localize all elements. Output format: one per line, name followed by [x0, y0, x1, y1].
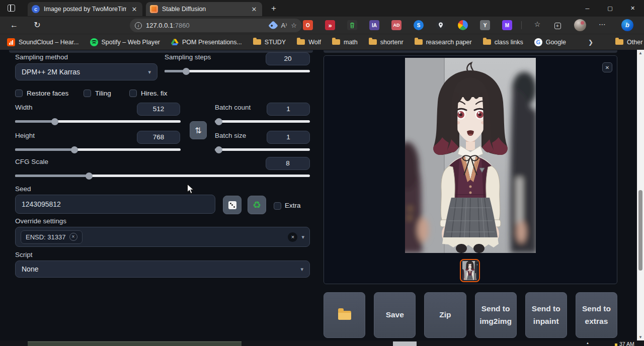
slider-handle[interactable] — [71, 146, 78, 153]
open-folder-button[interactable] — [324, 292, 365, 338]
random-seed-button[interactable] — [223, 196, 242, 214]
read-aloud-icon[interactable]: A⁾ — [281, 22, 287, 29]
send-to-extras-button[interactable]: Send to extras — [576, 292, 617, 338]
extra-label: Extra — [285, 202, 301, 209]
batch-count-value[interactable]: 1 — [267, 103, 310, 116]
taskbar-window-preview[interactable] — [28, 341, 242, 346]
address-bar[interactable]: i 127.0.0.1:7860 A⁾ ☆ — [130, 19, 302, 32]
extension-y-icon[interactable]: Y — [480, 20, 490, 30]
width-slider[interactable] — [15, 120, 181, 123]
taskbar-item[interactable] — [393, 341, 417, 346]
extra-checkbox[interactable] — [274, 202, 281, 210]
tab-overview-icon[interactable] — [6, 3, 17, 13]
override-settings-dropdown[interactable]: ENSD: 31337 × × ▾ — [15, 227, 310, 247]
height-slider[interactable] — [15, 148, 181, 151]
seed-label: Seed — [15, 185, 31, 193]
new-tab-button[interactable]: + — [267, 3, 280, 15]
site-info-icon[interactable]: i — [135, 22, 142, 29]
more-menu-icon[interactable]: ⋯ — [597, 20, 607, 28]
favorites-list-icon[interactable]: ☆ — [532, 20, 542, 28]
recycle-icon: ♻ — [253, 199, 261, 211]
bookmark-soundcloud[interactable]: SoundCloud – Hear... — [7, 38, 79, 46]
save-button[interactable]: Save — [374, 292, 416, 338]
tab1-close-icon[interactable]: ✕ — [130, 6, 138, 13]
profile-avatar[interactable] — [574, 19, 586, 31]
google-icon: G — [534, 38, 542, 46]
minimize-button[interactable]: ─ — [576, 0, 599, 17]
generated-image[interactable] — [405, 58, 536, 253]
bookmark-folder-reasearch-paper[interactable]: reasearch paper — [415, 39, 472, 46]
bookmark-spotify[interactable]: Spotify – Web Player — [90, 38, 160, 46]
maximize-button[interactable]: ▢ — [599, 0, 621, 17]
batch-size-slider[interactable] — [215, 148, 310, 151]
hires-fix-checkbox[interactable] — [129, 90, 137, 97]
chip-remove-icon[interactable]: × — [69, 233, 77, 241]
bookmark-folder-class-links[interactable]: class links — [483, 39, 523, 46]
cfg-scale-slider[interactable] — [15, 175, 310, 177]
taskbar-clock[interactable]: 37 AM — [615, 341, 634, 346]
slider-handle[interactable] — [183, 68, 190, 75]
bing-chat-icon[interactable]: b — [621, 19, 633, 31]
tab-title: Image posted by TwoMoreTimes — [44, 6, 126, 13]
extension-globe-icon[interactable] — [458, 20, 468, 30]
shopping-tag-icon[interactable] — [269, 21, 279, 31]
height-label: Height — [15, 132, 35, 139]
seed-input[interactable]: 1243095812 — [15, 195, 215, 214]
bookmark-folder-wolf[interactable]: Wolf — [297, 39, 321, 46]
sampling-steps-value[interactable]: 20 — [266, 52, 310, 65]
scroll-up-icon[interactable]: ▲ — [637, 50, 644, 56]
batch-size-value[interactable]: 1 — [267, 131, 310, 144]
extension-shazam-icon[interactable]: S — [414, 20, 424, 30]
script-dropdown[interactable]: None ▾ — [15, 261, 310, 278]
slider-handle[interactable] — [215, 118, 222, 125]
dice-icon — [228, 201, 236, 209]
tiling-checkbox[interactable] — [84, 90, 91, 97]
gallery-thumbnail[interactable] — [460, 259, 480, 282]
bookmarks-overflow-chevron-icon[interactable]: ❯ — [588, 39, 593, 46]
reuse-seed-button[interactable]: ♻ — [248, 196, 266, 214]
slider-handle[interactable] — [86, 172, 93, 180]
width-value[interactable]: 512 — [137, 103, 180, 116]
height-value[interactable]: 768 — [137, 131, 180, 144]
scroll-down-icon[interactable]: ▼ — [637, 334, 644, 340]
extension-adblock-icon[interactable]: AD — [391, 20, 401, 30]
zip-button[interactable]: Zip — [424, 292, 466, 338]
restore-faces-checkbox[interactable] — [15, 90, 23, 97]
sampling-steps-slider[interactable] — [165, 70, 310, 72]
extension-trash-icon[interactable] — [347, 20, 357, 30]
hires-fix-label: Hires. fix — [141, 90, 168, 97]
extension-location-pin-icon[interactable] — [436, 20, 446, 30]
tab-image-posted[interactable]: c Image posted by TwoMoreTimes ✕ — [28, 2, 142, 16]
page-scrollbar[interactable]: ▲ ▼ — [637, 50, 644, 340]
scrollbar-thumb[interactable] — [638, 190, 642, 271]
extension-internet-archive-icon[interactable]: IA — [369, 20, 379, 30]
chevron-down-icon: ▾ — [301, 234, 304, 240]
collections-icon[interactable]: + — [552, 21, 562, 29]
extension-o-icon[interactable]: O — [303, 20, 313, 30]
batch-count-slider[interactable] — [215, 120, 310, 123]
slider-handle[interactable] — [51, 118, 58, 125]
bookmark-folder-study[interactable]: STUDY — [253, 39, 286, 46]
refresh-button[interactable]: ↻ — [31, 20, 43, 31]
bookmark-pom[interactable]: POM Presentations... — [171, 39, 242, 46]
bookmark-folder-math[interactable]: math — [332, 39, 358, 46]
slider-handle[interactable] — [215, 146, 222, 153]
tray-chevron-icon[interactable]: ▲ — [586, 341, 589, 344]
swap-dimensions-button[interactable]: ⇅ — [190, 121, 207, 139]
bookmark-folder-shortenr[interactable]: shortenr — [369, 39, 404, 46]
close-window-button[interactable]: ✕ — [621, 0, 644, 17]
back-button[interactable]: ← — [8, 20, 20, 31]
sampling-method-dropdown[interactable]: DPM++ 2M Karras ▾ — [15, 63, 157, 80]
extension-monica-icon[interactable]: M — [502, 20, 512, 30]
send-to-inpaint-button[interactable]: Send to inpaint — [525, 292, 567, 338]
other-favorites[interactable]: Other favorites — [615, 39, 644, 46]
tab2-close-icon[interactable]: ✕ — [250, 6, 258, 13]
tab-stable-diffusion[interactable]: Stable Diffusion ✕ — [146, 2, 262, 16]
extension-video-speed-icon[interactable]: » — [325, 20, 335, 30]
clear-all-icon[interactable]: × — [288, 232, 297, 242]
cfg-scale-value[interactable]: 8 — [266, 157, 310, 170]
add-favorite-icon[interactable]: ☆ — [291, 22, 297, 29]
gallery-close-button[interactable]: ✕ — [602, 62, 612, 72]
bookmark-google[interactable]: GGoogle — [534, 38, 566, 46]
send-to-img2img-button[interactable]: Send to img2img — [475, 292, 517, 338]
